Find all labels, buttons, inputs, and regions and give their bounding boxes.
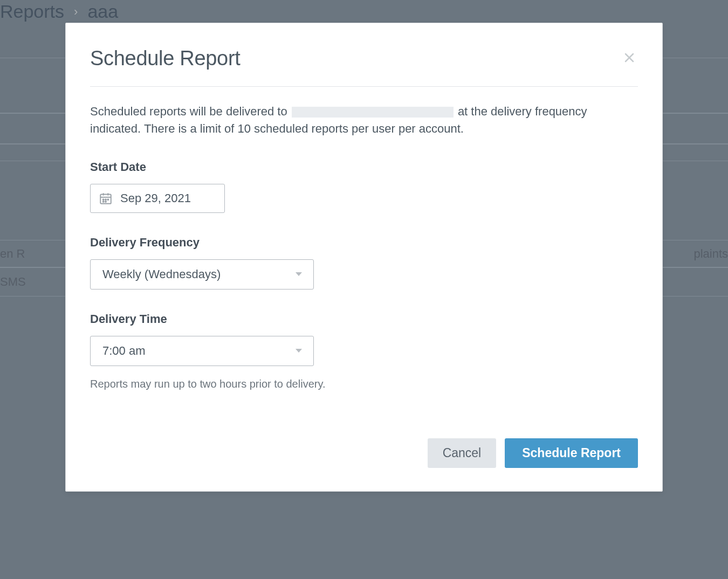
svg-point-8 <box>107 199 108 200</box>
svg-point-10 <box>105 201 106 202</box>
close-icon <box>623 51 636 64</box>
delivery-time-value: 7:00 am <box>102 344 146 358</box>
start-date-label: Start Date <box>90 160 638 174</box>
delivery-time-hint: Reports may run up to two hours prior to… <box>90 378 638 390</box>
chevron-down-icon <box>295 348 303 354</box>
modal-description: Scheduled reports will be delivered to a… <box>90 103 638 137</box>
start-date-input[interactable]: Sep 29, 2021 <box>90 184 225 213</box>
email-redacted <box>292 107 454 118</box>
schedule-report-button[interactable]: Schedule Report <box>505 438 638 468</box>
svg-point-9 <box>103 201 104 202</box>
delivery-frequency-value: Weekly (Wednesdays) <box>102 267 221 281</box>
cancel-button[interactable]: Cancel <box>428 438 497 468</box>
modal-overlay: Schedule Report Scheduled reports will b… <box>0 0 728 579</box>
delivery-time-label: Delivery Time <box>90 312 638 326</box>
svg-point-6 <box>103 199 104 200</box>
delivery-frequency-label: Delivery Frequency <box>90 236 638 250</box>
close-button[interactable] <box>621 49 638 66</box>
svg-point-7 <box>105 199 106 200</box>
delivery-frequency-select[interactable]: Weekly (Wednesdays) <box>90 259 314 290</box>
modal-title: Schedule Report <box>90 47 241 70</box>
description-pre: Scheduled reports will be delivered to <box>90 105 291 118</box>
delivery-time-select[interactable]: 7:00 am <box>90 336 314 366</box>
start-date-value: Sep 29, 2021 <box>120 191 191 205</box>
calendar-icon <box>99 191 113 205</box>
schedule-report-modal: Schedule Report Scheduled reports will b… <box>65 23 663 492</box>
modal-footer: Cancel Schedule Report <box>428 438 638 468</box>
chevron-down-icon <box>295 272 303 277</box>
